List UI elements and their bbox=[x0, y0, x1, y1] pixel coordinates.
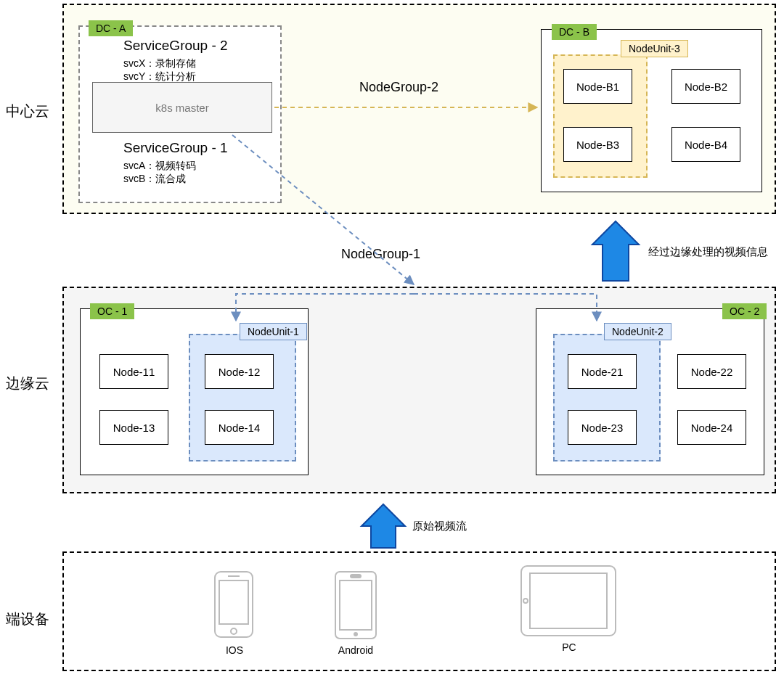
node-22: Node-22 bbox=[677, 354, 746, 389]
dc-b-tag: DC - B bbox=[552, 24, 597, 40]
sg2-svcy: svcY：统计分析 bbox=[123, 69, 196, 83]
device-android-label: Android bbox=[335, 644, 376, 656]
sg1-svcb: svcB：流合成 bbox=[123, 171, 186, 186]
oc2-tag: OC - 2 bbox=[722, 303, 767, 319]
label-edge-cloud: 边缘云 bbox=[6, 374, 49, 393]
arrow1-label: 原始视频流 bbox=[412, 520, 467, 533]
device-ios-label: IOS bbox=[224, 644, 245, 656]
label-center-cloud: 中心云 bbox=[6, 102, 49, 121]
sg1-svca: svcA：视频转码 bbox=[123, 158, 196, 173]
nodegroup1-label: NodeGroup-1 bbox=[341, 247, 420, 262]
node-24: Node-24 bbox=[677, 410, 746, 445]
device-pc-label: PC bbox=[560, 641, 578, 653]
nodeunit1-tag: NodeUnit-1 bbox=[240, 323, 307, 340]
node-23: Node-23 bbox=[568, 410, 637, 445]
nodeunit2-tag: NodeUnit-2 bbox=[604, 323, 671, 340]
node-12: Node-12 bbox=[205, 354, 274, 389]
node-b4: Node-B4 bbox=[671, 127, 740, 162]
nodeunit3-tag: NodeUnit-3 bbox=[621, 40, 688, 57]
node-13: Node-13 bbox=[99, 410, 168, 445]
sg1-title: ServiceGroup - 1 bbox=[123, 140, 228, 156]
svg-marker-3 bbox=[592, 221, 639, 281]
nodegroup2-label: NodeGroup-2 bbox=[359, 80, 438, 95]
node-14: Node-14 bbox=[205, 410, 274, 445]
svg-marker-2 bbox=[362, 504, 405, 548]
dc-a-tag: DC - A bbox=[89, 20, 133, 36]
node-b3: Node-B3 bbox=[563, 127, 632, 162]
devices-box bbox=[62, 551, 776, 671]
sg2-title: ServiceGroup - 2 bbox=[123, 38, 228, 54]
node-b2: Node-B2 bbox=[671, 69, 740, 104]
k8s-master-box: k8s master bbox=[92, 82, 272, 133]
arrow2-label: 经过边缘处理的视频信息 bbox=[648, 245, 768, 259]
node-11: Node-11 bbox=[99, 354, 168, 389]
label-devices: 端设备 bbox=[6, 610, 49, 629]
sg2-svcx: svcX：录制存储 bbox=[123, 56, 196, 70]
node-b1: Node-B1 bbox=[563, 69, 632, 104]
oc1-tag: OC - 1 bbox=[90, 303, 134, 319]
node-21: Node-21 bbox=[568, 354, 637, 389]
